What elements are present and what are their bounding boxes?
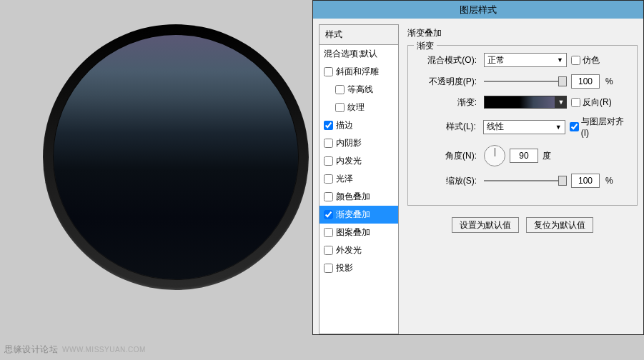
style-stroke[interactable]: 描边 xyxy=(319,116,398,134)
angle-dial[interactable] xyxy=(484,145,505,166)
blend-mode-label: 混合模式(O): xyxy=(414,54,480,66)
style-bevel[interactable]: 斜面和浮雕 xyxy=(319,63,398,81)
stroke-checkbox[interactable] xyxy=(324,121,333,130)
contour-checkbox[interactable] xyxy=(335,85,345,94)
opacity-input[interactable]: 100 xyxy=(571,74,600,89)
satin-checkbox[interactable] xyxy=(324,174,333,184)
canvas-area xyxy=(0,0,312,360)
color-overlay-checkbox[interactable] xyxy=(324,192,333,201)
opacity-slider[interactable] xyxy=(484,76,567,86)
align-checkbox-wrap[interactable]: 与图层对齐(I) xyxy=(570,116,631,138)
style-gradient-overlay[interactable]: 渐变叠加 xyxy=(319,206,398,224)
inner-glow-checkbox[interactable] xyxy=(324,156,333,166)
gradient-preview[interactable] xyxy=(484,96,555,109)
gradient-dropdown-icon[interactable]: ▼ xyxy=(555,96,567,109)
gradient-fieldset: 渐变 混合模式(O): 正常 ▼ 仿色 不透明度(P): 100 % xyxy=(407,45,638,206)
style-outer-glow[interactable]: 外发光 xyxy=(319,241,398,259)
dialog-title[interactable]: 图层样式 xyxy=(313,1,643,19)
style-select[interactable]: 线性 ▼ xyxy=(483,120,565,134)
style-contour[interactable]: 等高线 xyxy=(319,81,398,99)
style-label: 样式(L): xyxy=(414,121,479,133)
watermark: 思缘设计论坛WWW.MISSYUAN.COM xyxy=(4,344,146,356)
scale-slider[interactable] xyxy=(484,176,567,186)
blend-mode-select[interactable]: 正常 ▼ xyxy=(484,53,567,67)
style-inner-shadow[interactable]: 内阴影 xyxy=(319,134,398,152)
inner-shadow-checkbox[interactable] xyxy=(324,139,333,148)
circle-ring xyxy=(43,24,309,290)
style-satin[interactable]: 光泽 xyxy=(319,170,398,188)
chevron-down-icon: ▼ xyxy=(557,56,563,64)
drop-shadow-checkbox[interactable] xyxy=(324,264,333,273)
opacity-label: 不透明度(P): xyxy=(414,76,480,88)
angle-input[interactable]: 90 xyxy=(510,149,538,163)
circle-gradient-face xyxy=(54,35,298,279)
reverse-checkbox-wrap[interactable]: 反向(R) xyxy=(571,96,612,109)
angle-label: 角度(N): xyxy=(414,150,480,162)
blending-options-item[interactable]: 混合选项:默认 xyxy=(319,45,398,63)
scale-label: 缩放(S): xyxy=(414,175,480,187)
bevel-checkbox[interactable] xyxy=(324,67,333,76)
scale-input[interactable]: 100 xyxy=(571,174,600,188)
texture-checkbox[interactable] xyxy=(335,103,345,112)
pattern-overlay-checkbox[interactable] xyxy=(324,228,333,237)
style-pattern-overlay[interactable]: 图案叠加 xyxy=(319,224,398,241)
settings-panel: 渐变叠加 渐变 混合模式(O): 正常 ▼ 仿色 不透明度(P): 100 % xyxy=(399,24,638,334)
styles-header[interactable]: 样式 xyxy=(319,25,398,45)
reset-default-button[interactable]: 复位为默认值 xyxy=(526,217,593,233)
dither-checkbox[interactable] xyxy=(571,56,580,65)
gradient-overlay-checkbox[interactable] xyxy=(324,210,333,219)
layer-style-dialog: 图层样式 样式 混合选项:默认 斜面和浮雕 等高线 纹理 描边 内阴影 内发光 … xyxy=(312,0,644,335)
styles-list: 样式 混合选项:默认 斜面和浮雕 等高线 纹理 描边 内阴影 内发光 光泽 颜色… xyxy=(319,24,399,334)
dither-checkbox-wrap[interactable]: 仿色 xyxy=(571,54,600,66)
outer-glow-checkbox[interactable] xyxy=(324,246,333,255)
style-inner-glow[interactable]: 内发光 xyxy=(319,152,398,170)
chevron-down-icon: ▼ xyxy=(555,124,562,131)
fieldset-legend: 渐变 xyxy=(414,40,437,52)
style-drop-shadow[interactable]: 投影 xyxy=(319,259,398,277)
style-texture[interactable]: 纹理 xyxy=(319,99,398,116)
reverse-checkbox[interactable] xyxy=(571,98,580,107)
style-color-overlay[interactable]: 颜色叠加 xyxy=(319,188,398,206)
gradient-label: 渐变: xyxy=(414,96,480,109)
align-checkbox[interactable] xyxy=(570,122,579,131)
set-default-button[interactable]: 设置为默认值 xyxy=(452,217,519,233)
section-title: 渐变叠加 xyxy=(407,27,638,39)
